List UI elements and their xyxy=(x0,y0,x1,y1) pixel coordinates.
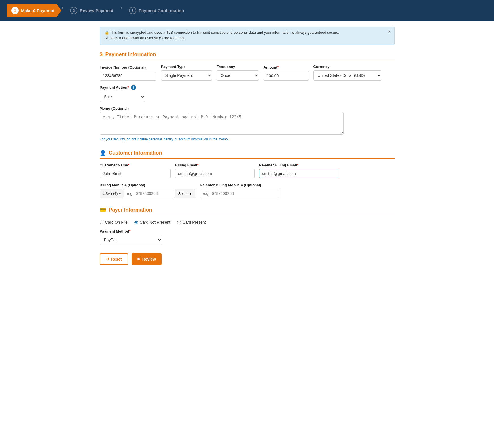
memo-group: Memo (Optional) For your security, do no… xyxy=(100,106,344,141)
action-group: Payment Action* i Sale Authorization xyxy=(100,85,145,102)
phone-select-chevron: ▾ xyxy=(190,191,192,196)
step-2-label: Review Payment xyxy=(80,8,113,13)
step-2-num: 2 xyxy=(70,7,77,14)
step-3[interactable]: 3 Payment Confirmation xyxy=(122,4,191,17)
invoice-input[interactable] xyxy=(100,71,156,81)
step-1-label: Make A Payment xyxy=(21,8,54,13)
payment-method-label: Payment Method* xyxy=(100,229,395,233)
billing-mobile-confirm-label: Re-enter Billing Mobile # (Optional) xyxy=(200,183,279,187)
billing-email-confirm-input[interactable] xyxy=(259,169,338,178)
radio-card-on-file-input[interactable] xyxy=(100,221,103,224)
customer-section-title: Customer Information xyxy=(109,150,162,156)
customer-section-header: 👤 Customer Information xyxy=(100,150,395,159)
currency-select[interactable]: United States Dollar (USD) Canadian Doll… xyxy=(313,70,381,81)
amount-input[interactable] xyxy=(264,71,309,81)
security-notice: × 🔒 This form is encrypted and uses a TL… xyxy=(100,27,395,45)
payment-type-group: Payment Type Single Payment Recurring Pa… xyxy=(161,65,212,81)
action-info-icon[interactable]: i xyxy=(131,85,136,90)
frequency-label: Frequency xyxy=(217,65,259,69)
memo-textarea[interactable] xyxy=(100,112,344,135)
reset-label: Reset xyxy=(111,257,122,261)
main-content: × 🔒 This form is encrypted and uses a TL… xyxy=(91,21,403,276)
billing-mobile-input[interactable] xyxy=(124,189,175,198)
radio-card-not-present[interactable]: Card Not Present xyxy=(134,220,170,225)
reset-icon: ↺ xyxy=(106,257,109,261)
review-icon: ✏ xyxy=(137,257,141,261)
button-row: ↺ Reset ✏ Review xyxy=(100,253,395,265)
customer-row-2: Billing Mobile # (Optional) USA (+1) ▾ S… xyxy=(100,183,395,198)
action-select[interactable]: Sale Authorization xyxy=(100,92,145,102)
phone-select-button[interactable]: Select ▾ xyxy=(175,189,195,198)
billing-email-confirm-label: Re-enter Billing Email* xyxy=(259,163,338,167)
billing-mobile-confirm-input[interactable] xyxy=(200,189,279,198)
payer-section-title: Payer Information xyxy=(109,207,152,213)
phone-select-label: Select xyxy=(178,191,188,196)
memo-label: Memo (Optional) xyxy=(100,106,344,111)
billing-mobile-label: Billing Mobile # (Optional) xyxy=(100,183,195,187)
billing-email-input[interactable] xyxy=(175,169,255,178)
steps-bar: 1 Make A Payment › 2 Review Payment › 3 … xyxy=(0,0,494,21)
amount-group: Amount* xyxy=(264,65,309,81)
radio-card-on-file-label: Card On File xyxy=(105,220,128,225)
step-2[interactable]: 2 Review Payment xyxy=(63,4,120,17)
billing-mobile-confirm-group: Re-enter Billing Mobile # (Optional) xyxy=(200,183,279,198)
invoice-group: Invoice Number (Optional) xyxy=(100,65,156,81)
radio-card-present-label: Card Present xyxy=(183,220,206,225)
currency-label: Currency xyxy=(313,65,381,69)
billing-email-group: Billing Email* xyxy=(175,163,255,178)
security-line1: 🔒 This form is encrypted and uses a TLS … xyxy=(105,30,390,35)
action-label: Payment Action* i xyxy=(100,85,145,90)
frequency-select[interactable]: Once Weekly Monthly Quarterly Yearly xyxy=(217,70,259,81)
step-1-num: 1 xyxy=(11,7,19,14)
currency-group: Currency United States Dollar (USD) Cana… xyxy=(313,65,381,81)
radio-card-present[interactable]: Card Present xyxy=(177,220,206,225)
review-button[interactable]: ✏ Review xyxy=(132,253,162,265)
step-3-num: 3 xyxy=(129,7,136,14)
payment-method-group: Payment Method* PayPal Credit Card ACH/e… xyxy=(100,229,395,245)
billing-email-confirm-group: Re-enter Billing Email* xyxy=(259,163,338,178)
payment-row-2: Payment Action* i Sale Authorization xyxy=(100,85,395,102)
radio-card-not-present-label: Card Not Present xyxy=(140,220,170,225)
user-icon: 👤 xyxy=(100,150,106,156)
radio-card-on-file[interactable]: Card On File xyxy=(100,220,128,225)
frequency-group: Frequency Once Weekly Monthly Quarterly … xyxy=(217,65,259,81)
phone-group: USA (+1) ▾ Select ▾ xyxy=(100,189,195,198)
card-icon: 💳 xyxy=(100,207,106,213)
dollar-icon: $ xyxy=(100,52,103,58)
memo-hint: For your security, do not include person… xyxy=(100,137,344,141)
radio-card-not-present-input[interactable] xyxy=(134,221,138,224)
payment-type-select[interactable]: Single Payment Recurring Payment xyxy=(161,70,212,81)
payment-section-header: $ Payment Information xyxy=(100,52,395,60)
customer-row-1: Customer Name* Billing Email* Re-enter B… xyxy=(100,163,395,178)
customer-name-input[interactable] xyxy=(100,169,171,178)
payment-type-label: Payment Type xyxy=(161,65,212,69)
security-line2: All fields marked with an asterisk (*) a… xyxy=(105,36,390,40)
invoice-label: Invoice Number (Optional) xyxy=(100,65,156,69)
customer-name-group: Customer Name* xyxy=(100,163,171,178)
payment-section-title: Payment Information xyxy=(105,52,156,58)
payment-row-1: Invoice Number (Optional) Payment Type S… xyxy=(100,65,395,81)
payment-section: $ Payment Information Invoice Number (Op… xyxy=(100,52,395,141)
phone-country-label: USA (+1) xyxy=(103,191,118,196)
payer-radio-group: Card On File Card Not Present Card Prese… xyxy=(100,220,395,225)
billing-mobile-group: Billing Mobile # (Optional) USA (+1) ▾ S… xyxy=(100,183,195,198)
payer-section: 💳 Payer Information Card On File Card No… xyxy=(100,207,395,245)
amount-label: Amount* xyxy=(264,65,309,69)
review-label: Review xyxy=(142,257,156,261)
phone-country-selector[interactable]: USA (+1) ▾ xyxy=(100,189,124,198)
step-1[interactable]: 1 Make A Payment xyxy=(7,4,61,17)
reset-button[interactable]: ↺ Reset xyxy=(100,253,128,265)
customer-name-label: Customer Name* xyxy=(100,163,171,167)
payment-method-select[interactable]: PayPal Credit Card ACH/eCheck xyxy=(100,235,162,245)
close-notice-button[interactable]: × xyxy=(388,29,391,34)
radio-card-present-input[interactable] xyxy=(177,221,181,224)
phone-country-chevron: ▾ xyxy=(119,191,121,196)
payer-section-header: 💳 Payer Information xyxy=(100,207,395,215)
customer-section: 👤 Customer Information Customer Name* Bi… xyxy=(100,150,395,198)
billing-email-label: Billing Email* xyxy=(175,163,255,167)
step-3-label: Payment Confirmation xyxy=(139,8,184,13)
